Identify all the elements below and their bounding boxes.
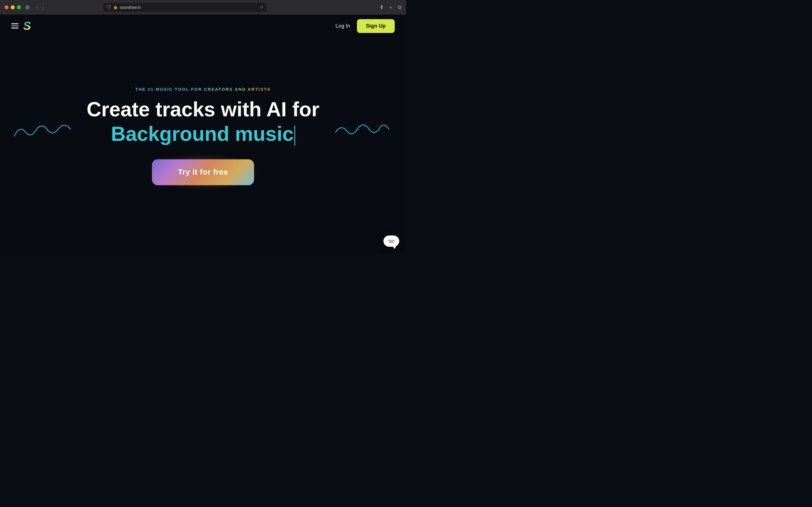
cta-button-wrapper: Try it for free [152,159,254,185]
chat-line-1 [388,240,395,241]
login-button[interactable]: Log In [336,23,350,29]
hero-section: THE #1 MUSIC TOOL FOR CREATORS AND ARTIS… [76,87,330,185]
share-button[interactable]: ⬆ [379,4,384,10]
chat-support-button[interactable] [384,235,399,247]
wave-decoration-left [11,117,73,146]
back-button[interactable]: ‹ [35,4,39,11]
minimize-button[interactable] [11,5,15,9]
logo-area: S [11,19,31,33]
tabs-button[interactable]: ⧉ [398,4,402,10]
text-cursor [294,126,295,146]
url-text: soundraw.io [120,5,141,10]
page-content: S Log In Sign Up THE #1 MUSIC TOOL FOR C… [0,15,406,253]
close-button[interactable] [4,5,8,9]
try-free-button[interactable]: Try it for free [152,159,254,185]
hamburger-menu[interactable] [11,23,18,29]
nav-right: Log In Sign Up [336,19,395,33]
sidebar-toggle-icon[interactable]: ⊞ [26,4,30,10]
hero-tagline: THE #1 MUSIC TOOL FOR CREATORS AND ARTIS… [76,87,330,92]
chat-line-2 [389,242,394,242]
browser-controls: ‹ › [35,4,45,11]
refresh-button[interactable]: ↺ [260,5,263,10]
new-tab-button[interactable]: ＋ [388,4,393,11]
maximize-button[interactable] [17,5,21,9]
hero-subtitle-text: Background music [111,123,294,145]
hero-title: Create tracks with AI for [76,98,330,121]
shield-icon: 🛡 [107,5,111,10]
chat-icon [388,240,395,242]
wave-decoration-right [333,118,389,145]
hero-subtitle: Background music [76,123,330,146]
address-bar[interactable]: 🛡 🔒 soundraw.io ↺ [103,3,267,12]
site-header: S Log In Sign Up [0,15,406,37]
traffic-lights [4,5,21,9]
browser-chrome: ⊞ ‹ › 🛡 🔒 soundraw.io ↺ ⬆ ＋ ⧉ [0,0,406,15]
site-logo[interactable]: S [23,19,31,33]
browser-action-buttons: ⬆ ＋ ⧉ [379,4,402,11]
lock-icon: 🔒 [113,5,117,9]
forward-button[interactable]: › [41,4,45,11]
signup-button[interactable]: Sign Up [357,19,395,33]
